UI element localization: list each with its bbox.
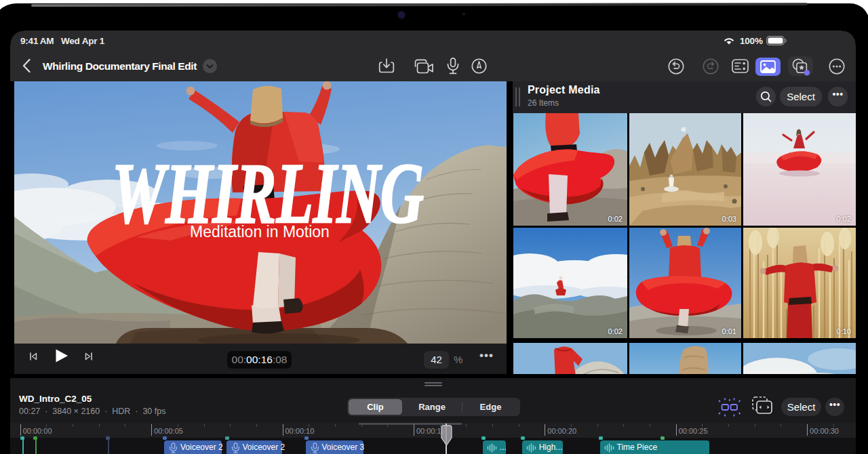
svg-text:Meditation in Motion: Meditation in Motion	[190, 223, 330, 241]
